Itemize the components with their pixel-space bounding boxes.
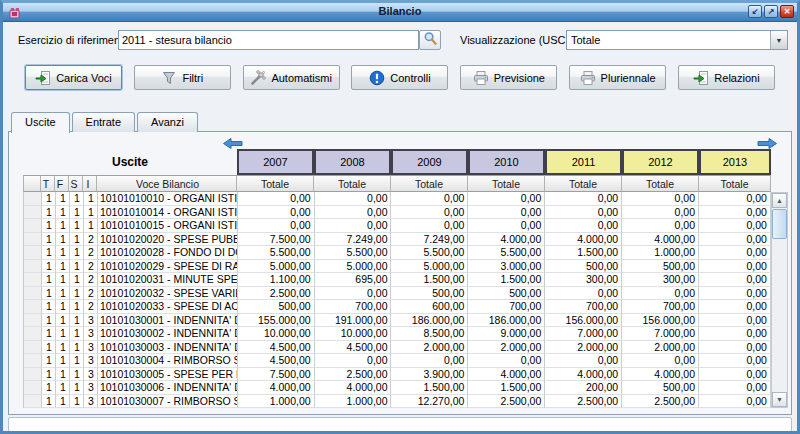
cell-value-2007[interactable]: 1.000,00 [238,395,315,409]
cell-f[interactable]: 1 [56,233,70,247]
cell-t[interactable]: 1 [42,260,56,274]
cell-t[interactable]: 1 [42,354,56,368]
button-carica-voci[interactable]: Carica Voci [25,65,122,90]
cell-value-2010[interactable]: 1.500,00 [468,273,545,287]
cell-i[interactable]: 1 [84,206,98,220]
cell-s[interactable]: 1 [70,327,84,341]
cell-s[interactable]: 1 [70,273,84,287]
cell-i[interactable]: 2 [84,246,98,260]
year-column-header-2012[interactable]: 2012 [622,149,699,175]
cell-value-2012[interactable]: 300,00 [622,273,699,287]
row-gutter-cell[interactable] [24,341,42,355]
cell-value-2008[interactable]: 191.000,00 [315,314,392,328]
cell-t[interactable]: 1 [42,273,56,287]
cell-value-2011[interactable]: 0,00 [545,219,622,233]
row-gutter-cell[interactable] [24,327,42,341]
cell-t[interactable]: 1 [42,381,56,395]
cell-f[interactable]: 1 [56,327,70,341]
row-gutter-cell[interactable] [24,273,42,287]
cell-value-2013[interactable]: 0,00 [699,327,771,341]
cell-i[interactable]: 2 [84,300,98,314]
cell-t[interactable]: 1 [42,219,56,233]
cell-value-2007[interactable]: 0,00 [238,219,315,233]
cell-value-2011[interactable]: 500,00 [545,260,622,274]
cell-value-2007[interactable]: 5.000,00 [238,260,315,274]
cell-value-2010[interactable]: 4.000,00 [468,233,545,247]
cell-value-2009[interactable]: 8.500,00 [391,327,468,341]
cell-voce-bilancio[interactable]: 10101030004 - RIMBORSO SPESE AI [98,354,238,368]
cell-value-2012[interactable]: 500,00 [622,260,699,274]
cell-value-2010[interactable]: 700,00 [468,300,545,314]
row-gutter-cell[interactable] [24,219,42,233]
cell-value-2008[interactable]: 5.000,00 [315,260,392,274]
cell-t[interactable]: 1 [42,327,56,341]
cell-value-2012[interactable]: 1.000,00 [622,246,699,260]
cell-s[interactable]: 1 [70,300,84,314]
cell-s[interactable]: 1 [70,233,84,247]
cell-f[interactable]: 1 [56,192,70,206]
cell-f[interactable]: 1 [56,219,70,233]
row-gutter-cell[interactable] [24,246,42,260]
cell-value-2012[interactable]: 2.500,00 [622,395,699,409]
cell-t[interactable]: 1 [42,341,56,355]
cell-i[interactable]: 2 [84,273,98,287]
table-row[interactable]: 111310101030004 - RIMBORSO SPESE AI4.500… [24,354,771,368]
cell-value-2013[interactable]: 0,00 [699,219,771,233]
cell-value-2009[interactable]: 1.500,00 [391,273,468,287]
cell-value-2013[interactable]: 0,00 [699,246,771,260]
cell-value-2012[interactable]: 156.000,00 [622,314,699,328]
cell-value-2013[interactable]: 0,00 [699,381,771,395]
cell-value-2013[interactable]: 0,00 [699,273,771,287]
cell-value-2009[interactable]: 5.500,00 [391,246,468,260]
table-row[interactable]: 111210101020020 - SPESE PUBBLICITA' A7.5… [24,233,771,247]
table-row[interactable]: 111210101020028 - FONDO DI DOTAZION5.500… [24,246,771,260]
cell-value-2013[interactable]: 0,00 [699,233,771,247]
cell-value-2010[interactable]: 0,00 [468,206,545,220]
cell-voce-bilancio[interactable]: 10101020029 - SPESE DI RAPPRESEN [98,260,238,274]
cell-s[interactable]: 1 [70,206,84,220]
table-row[interactable]: 111210101020031 - MINUTE SPESE PER O1.10… [24,273,771,287]
cell-voce-bilancio[interactable]: 10101020031 - MINUTE SPESE PER O [98,273,238,287]
table-row[interactable]: 111110101010010 - ORGANI ISTITUZIONA0,00… [24,192,771,206]
cell-t[interactable]: 1 [42,233,56,247]
cell-i[interactable]: 3 [84,341,98,355]
close-button[interactable]: ✕ [780,5,794,18]
cell-f[interactable]: 1 [56,300,70,314]
cell-value-2009[interactable]: 0,00 [391,206,468,220]
cell-f[interactable]: 1 [56,341,70,355]
cell-voce-bilancio[interactable]: 10101010015 - ORGANI ISTITUZIONA [98,219,238,233]
cell-f[interactable]: 1 [56,260,70,274]
cell-voce-bilancio[interactable]: 10101020020 - SPESE PUBBLICITA' A [98,233,238,247]
cell-t[interactable]: 1 [42,192,56,206]
cell-value-2012[interactable]: 4.000,00 [622,368,699,382]
vertical-scrollbar[interactable]: ▲ ▼ [771,192,788,408]
cell-s[interactable]: 1 [70,260,84,274]
table-row[interactable]: 111310101030006 - INDENNITA' DI MISSI4.0… [24,381,771,395]
scrollbar-thumb[interactable] [772,209,787,239]
cell-value-2011[interactable]: 1.500,00 [545,246,622,260]
cell-value-2010[interactable]: 0,00 [468,219,545,233]
cell-value-2010[interactable]: 500,00 [468,287,545,301]
cell-f[interactable]: 1 [56,368,70,382]
cell-value-2011[interactable]: 4.000,00 [545,233,622,247]
cell-value-2010[interactable]: 9.000,00 [468,327,545,341]
cell-value-2007[interactable]: 7.500,00 [238,233,315,247]
row-gutter-cell[interactable] [24,206,42,220]
cell-value-2010[interactable]: 2.500,00 [468,395,545,409]
cell-voce-bilancio[interactable]: 10101030005 - SPESE PER LE COMMI [98,368,238,382]
cell-value-2011[interactable]: 200,00 [545,381,622,395]
cell-value-2011[interactable]: 2.000,00 [545,341,622,355]
cell-value-2012[interactable]: 500,00 [622,381,699,395]
cell-value-2013[interactable]: 0,00 [699,314,771,328]
cell-value-2008[interactable]: 0,00 [315,219,392,233]
row-gutter-cell[interactable] [24,354,42,368]
year-column-header-2008[interactable]: 2008 [314,149,391,175]
row-gutter-cell[interactable] [24,368,42,382]
row-gutter-cell[interactable] [24,300,42,314]
cell-value-2011[interactable]: 0,00 [545,206,622,220]
year-column-header-2013[interactable]: 2013 [699,149,771,175]
table-row[interactable]: 111210101020032 - SPESE VARIE PER IL C2.… [24,287,771,301]
cell-s[interactable]: 1 [70,219,84,233]
cell-value-2007[interactable]: 4.500,00 [238,341,315,355]
cell-i[interactable]: 3 [84,368,98,382]
